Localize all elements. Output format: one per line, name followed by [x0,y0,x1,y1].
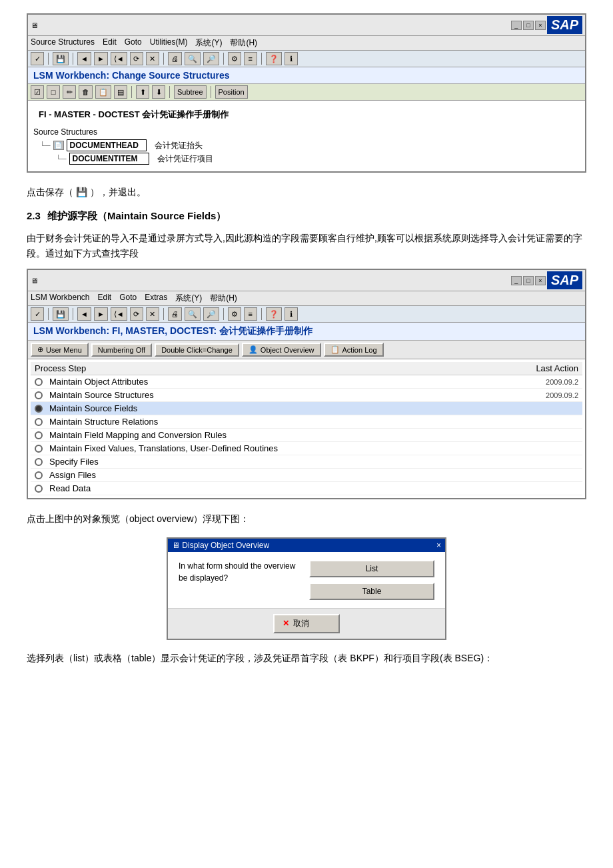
text-before-save: 点击保存（ [27,187,73,197]
menu-system-2[interactable]: 系统(Y) [175,293,202,304]
dialog-cancel-btn[interactable]: ✕ 取消 [273,614,340,633]
tab-double-click[interactable]: Double Click=Change [155,343,239,357]
print-btn-2[interactable]: 🖨 [168,307,182,321]
step-row-6[interactable]: Specify Files [31,455,582,469]
radio-5[interactable] [35,445,43,453]
menu-help-1[interactable]: 帮助(H) [230,37,257,49]
sep-12 [223,308,224,320]
radio-2[interactable] [35,405,43,413]
nav-fwd[interactable]: ► [94,52,108,65]
find-more-btn-2[interactable]: 🔎 [203,307,219,321]
nav-fwd-2[interactable]: ► [94,307,108,321]
help-btn-2[interactable]: ❓ [266,307,282,321]
radio-4[interactable] [35,431,43,439]
step-row-5[interactable]: Maintain Fixed Values, Translations, Use… [31,442,582,455]
menu-extras[interactable]: Extras [145,293,167,304]
back-btn[interactable]: ✓ [31,52,44,65]
nav-first-2[interactable]: ⟨◄ [111,307,127,321]
dialog-close-icon[interactable]: × [436,541,441,550]
print-btn[interactable]: 🖨 [168,52,182,65]
tab-action-log[interactable]: 📋 Action Log [324,343,384,357]
radio-8[interactable] [35,485,43,493]
nav-back[interactable]: ◄ [77,52,91,65]
edit-btn[interactable]: ✏ [63,85,76,99]
menu-goto-1[interactable]: Goto [125,37,142,49]
tab-object-overview[interactable]: 👤 Object Overview [242,343,321,357]
nav-refresh[interactable]: ⟳ [130,52,143,65]
back-btn-2[interactable]: ✓ [31,307,44,321]
dialog-title-label: Display Object Overview [182,541,269,550]
save-btn[interactable]: 💾 [53,52,69,65]
nav-back-2[interactable]: ◄ [77,307,91,321]
help-btn[interactable]: ❓ [266,52,282,65]
minimize-btn-1[interactable]: _ [511,21,522,30]
menu-utilities-1[interactable]: Utilities(M) [150,37,188,49]
layout-btn[interactable]: ≡ [244,52,257,65]
step-row-1[interactable]: Maintain Source Structures 2009.09.2 [31,389,582,402]
radio-7[interactable] [35,471,43,479]
menu-system-1[interactable]: 系统(Y) [195,37,222,49]
menu-lsm[interactable]: LSM Workbench [31,293,89,304]
step-row-0[interactable]: Maintain Object Attributes 2009.09.2 [31,375,582,389]
position-btn[interactable]: Position [215,85,248,99]
close-btn-1[interactable]: × [535,21,546,30]
tab-numbering-off[interactable]: Numbering Off [91,343,152,357]
dialog-content: In what form should the overview be disp… [168,552,445,608]
close-btn-2[interactable]: × [535,276,546,285]
save-btn-2[interactable]: 💾 [53,307,69,321]
level-btn[interactable]: ⬆ [136,85,149,99]
nav-stop[interactable]: ✕ [146,52,159,65]
step-row-2[interactable]: Maintain Source Fields [31,402,582,415]
step-label-6: Specify Files [49,457,99,467]
multi-btn[interactable]: ▤ [114,85,127,99]
save-icon-inline: 💾 [76,187,87,197]
find-btn-2[interactable]: 🔍 [185,307,201,321]
nav-stop-2[interactable]: ✕ [146,307,159,321]
page-title-2: LSM Workbench: FI, MASTER, DOCTEST: 会计凭证… [28,323,585,341]
minimize-btn-2[interactable]: _ [511,276,522,285]
settings-btn[interactable]: ⚙ [228,52,241,65]
cancel-label: 取消 [293,618,309,629]
page-title-1: LSM Workbench: Change Source Structures [28,67,585,84]
text-before-dialog: 点击上图中的对象预览（object overview）浮现下图： [27,511,586,526]
tab-user-menu[interactable]: ⊕ User Menu [31,343,89,357]
subtree-btn[interactable]: Subtree [174,85,207,99]
user-menu-label: User Menu [46,346,82,354]
expand-btn[interactable]: ⬇ [152,85,165,99]
radio-0[interactable] [35,378,43,386]
find-more-btn[interactable]: 🔎 [203,52,219,65]
step-row-8[interactable]: Read Data [31,482,582,495]
step-label-2: Maintain Source Fields [49,403,137,413]
new-btn[interactable]: □ [47,85,60,99]
radio-6[interactable] [35,458,43,466]
dialog-list-btn[interactable]: List [309,560,434,577]
maximize-btn-1[interactable]: □ [523,21,534,30]
radio-3[interactable] [35,418,43,426]
settings-btn-2[interactable]: ⚙ [228,307,241,321]
dialog-table-btn[interactable]: Table [309,583,434,600]
step-row-7[interactable]: Assign Files [31,469,582,482]
step-row-4[interactable]: Maintain Field Mapping and Conversion Ru… [31,429,582,442]
nav-refresh-2[interactable]: ⟳ [130,307,143,321]
delete-btn[interactable]: 🗑 [79,85,93,99]
info-btn[interactable]: ℹ [285,52,298,65]
copy-btn[interactable]: 📋 [95,85,111,99]
menu-help-2[interactable]: 帮助(H) [210,293,237,304]
find-btn[interactable]: 🔍 [185,52,201,65]
tree-node-head[interactable]: DOCUMENTHEAD [67,139,147,151]
menu-edit-1[interactable]: Edit [103,37,117,49]
menu-goto-2[interactable]: Goto [119,293,137,304]
radio-1[interactable] [35,391,43,399]
nav-first[interactable]: ⟨◄ [111,52,127,65]
tree-node-item[interactable]: DOCUMENTITEM [69,153,149,165]
process-step-header-row: Process Step Last Action [31,362,582,375]
layout-btn-2[interactable]: ≡ [244,307,257,321]
select-btn[interactable]: ☑ [31,85,44,99]
menu-source-structures[interactable]: Source Structures [31,37,95,49]
dialog-footer: ✕ 取消 [168,608,445,639]
step-row-3[interactable]: Maintain Structure Relations [31,415,582,429]
object-overview-icon: 👤 [249,345,258,354]
info-btn-2[interactable]: ℹ [285,307,298,321]
menu-edit-2[interactable]: Edit [97,293,111,304]
maximize-btn-2[interactable]: □ [523,276,534,285]
